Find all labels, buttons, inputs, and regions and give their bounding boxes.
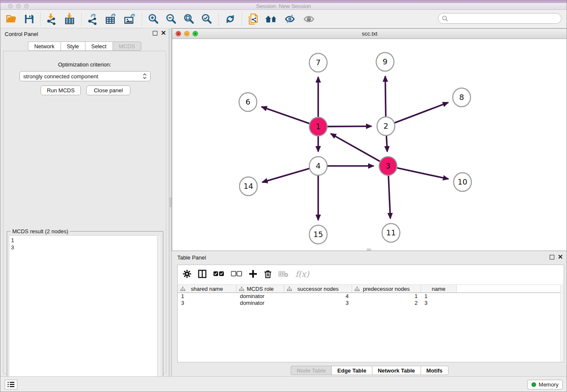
tab-select[interactable]: Select bbox=[85, 41, 113, 51]
column-header-MCDS-role[interactable]: MCDS role bbox=[237, 285, 284, 293]
graph-edge-2-3[interactable] bbox=[386, 134, 387, 152]
column-header-predecessor-nodes[interactable]: predecessor nodes bbox=[352, 285, 421, 293]
close-table-panel-icon[interactable]: ✕ bbox=[558, 254, 563, 260]
canvas-scroll-thumb[interactable] bbox=[367, 248, 371, 251]
graph-edge-3-1[interactable] bbox=[331, 134, 381, 162]
delete-column-icon[interactable] bbox=[264, 270, 272, 278]
column-header-shared-name[interactable]: shared name bbox=[178, 285, 237, 293]
deselect-all-checkboxes-icon[interactable] bbox=[231, 271, 242, 277]
criterion-select[interactable]: strongly connected component bbox=[19, 71, 151, 81]
column-header-name[interactable]: name bbox=[421, 285, 457, 293]
column-header-successor-nodes[interactable]: successor nodes bbox=[284, 285, 352, 293]
node-label: 9 bbox=[383, 57, 387, 66]
delete-table-icon[interactable] bbox=[278, 271, 289, 277]
table-cell[interactable]: 4 bbox=[284, 293, 352, 300]
node-label: 14 bbox=[244, 182, 253, 190]
table-scrollbar[interactable] bbox=[560, 284, 563, 362]
table-rows: 1dominator4113dominator323 bbox=[178, 293, 564, 306]
table-row[interactable]: 3dominator323 bbox=[178, 300, 564, 306]
table-cell[interactable]: 1 bbox=[352, 293, 421, 300]
table-cell[interactable]: 1 bbox=[178, 293, 237, 300]
tab-mcds[interactable]: MCDS bbox=[113, 41, 141, 51]
table-cell[interactable]: dominator bbox=[237, 293, 284, 300]
graph-node-7[interactable]: 7 bbox=[309, 53, 327, 72]
zoom-in-icon[interactable] bbox=[145, 12, 162, 26]
toolbar-separator bbox=[40, 13, 41, 25]
tab-network[interactable]: Network bbox=[28, 41, 61, 51]
toolbar-separator bbox=[81, 13, 82, 25]
apply-layout-icon[interactable] bbox=[221, 12, 239, 26]
graph-node-4[interactable]: 4 bbox=[309, 157, 327, 175]
graph-edge-2-8[interactable] bbox=[394, 102, 448, 123]
export-image-icon[interactable] bbox=[121, 12, 139, 26]
table-panel-tabs: Node TableEdge TableNetwork TableMotifs bbox=[172, 366, 567, 375]
graph-edge-4-14[interactable] bbox=[262, 168, 311, 182]
table-toolbar: f(x) bbox=[178, 265, 564, 283]
hide-selected-icon[interactable] bbox=[281, 12, 300, 26]
graph-edge-3-11[interactable] bbox=[388, 174, 391, 218]
settings-gear-icon[interactable] bbox=[183, 270, 191, 278]
result-scrollbar[interactable] bbox=[158, 235, 161, 389]
graph-edge-1-6[interactable] bbox=[261, 107, 311, 124]
node-label: 11 bbox=[386, 228, 396, 237]
graph-node-2[interactable]: 2 bbox=[377, 117, 395, 135]
select-all-checkboxes-icon[interactable] bbox=[213, 271, 224, 277]
zoom-fit-icon[interactable] bbox=[180, 12, 198, 26]
open-session-icon[interactable] bbox=[3, 12, 21, 26]
table-cell[interactable]: dominator bbox=[237, 300, 284, 306]
export-network-icon[interactable] bbox=[84, 12, 102, 26]
float-table-panel-icon[interactable] bbox=[550, 255, 555, 260]
tab-style[interactable]: Style bbox=[61, 41, 85, 51]
float-panel-icon[interactable] bbox=[153, 31, 158, 36]
mcds-result-text[interactable]: 1 3 bbox=[9, 235, 158, 389]
table-row[interactable]: 1dominator411 bbox=[178, 293, 564, 300]
search-input[interactable] bbox=[449, 14, 561, 23]
tab-network-table[interactable]: Network Table bbox=[372, 366, 421, 375]
export-table-icon[interactable] bbox=[102, 12, 121, 26]
import-network-icon[interactable] bbox=[43, 12, 61, 26]
table-panel: Table Panel ✕ bbox=[172, 253, 567, 377]
tab-motifs[interactable]: Motifs bbox=[421, 366, 449, 375]
graph-node-11[interactable]: 11 bbox=[382, 224, 400, 242]
graph-node-8[interactable]: 8 bbox=[453, 88, 471, 107]
graph-edge-3-10[interactable] bbox=[396, 168, 449, 179]
save-session-icon[interactable] bbox=[21, 12, 38, 26]
zoom-selected-icon[interactable] bbox=[198, 12, 216, 26]
memory-button[interactable]: Memory bbox=[527, 380, 563, 389]
first-neighbors-icon[interactable] bbox=[261, 12, 281, 26]
graph-node-10[interactable]: 10 bbox=[454, 173, 471, 191]
zoom-out-icon[interactable] bbox=[162, 12, 180, 26]
search-box[interactable] bbox=[438, 13, 561, 24]
graph-node-3[interactable]: 3 bbox=[379, 157, 397, 175]
table-cell[interactable]: 3 bbox=[178, 300, 237, 306]
divider-handle[interactable] bbox=[170, 198, 171, 207]
memory-status-icon bbox=[531, 382, 536, 387]
graph-node-1[interactable]: 1 bbox=[309, 117, 327, 136]
graph-node-15[interactable]: 15 bbox=[309, 225, 327, 244]
table-cell[interactable]: 3 bbox=[421, 300, 457, 306]
network-canvas[interactable]: 7968124314101511 bbox=[172, 39, 567, 251]
show-all-icon[interactable] bbox=[300, 12, 318, 26]
tab-node-table[interactable]: Node Table bbox=[291, 366, 331, 375]
task-history-button[interactable] bbox=[5, 380, 17, 389]
graph-edge-2-9[interactable] bbox=[385, 76, 385, 118]
add-column-icon[interactable] bbox=[249, 270, 257, 278]
run-mcds-button[interactable]: Run MCDS bbox=[41, 86, 81, 95]
panel-divider[interactable] bbox=[169, 28, 172, 376]
close-panel-button[interactable]: Close panel bbox=[86, 86, 130, 95]
graph-edge-1-2[interactable] bbox=[326, 126, 372, 127]
network-window-titlebar[interactable]: ✕ − + scc.txt bbox=[172, 29, 567, 39]
table-cell[interactable]: 1 bbox=[421, 293, 457, 300]
split-columns-icon[interactable] bbox=[198, 270, 206, 278]
table-cell[interactable]: 3 bbox=[284, 300, 352, 306]
close-panel-icon[interactable]: ✕ bbox=[161, 30, 166, 36]
function-builder-icon[interactable]: f(x) bbox=[295, 269, 309, 279]
graph-node-9[interactable]: 9 bbox=[376, 52, 394, 71]
clone-network-icon[interactable] bbox=[245, 12, 261, 26]
table-cell[interactable]: 2 bbox=[352, 300, 421, 306]
graph-node-14[interactable]: 14 bbox=[239, 177, 257, 196]
tab-edge-table[interactable]: Edge Table bbox=[331, 366, 372, 375]
import-table-icon[interactable] bbox=[61, 12, 79, 26]
graph-node-6[interactable]: 6 bbox=[239, 93, 257, 111]
mcds-tab-pane: Optimization criterion: strongly connect… bbox=[3, 51, 166, 374]
